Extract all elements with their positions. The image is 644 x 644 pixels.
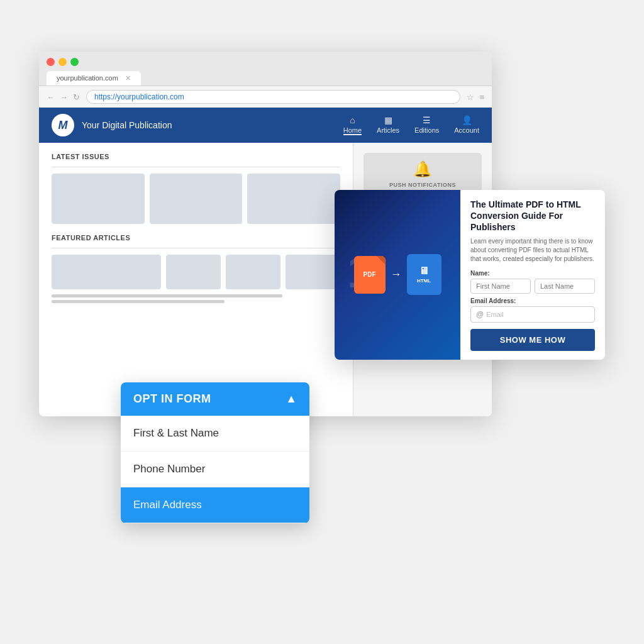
pub-nav-links: ⌂ Home ▦ Articles ☰ Editions 👤 Account <box>343 115 479 135</box>
name-row <box>470 279 595 294</box>
address-field[interactable]: https://yourpublication.com <box>86 90 460 104</box>
back-icon[interactable]: ← <box>47 92 55 102</box>
article-thumb-3[interactable] <box>226 255 280 289</box>
divider-1 <box>52 167 340 167</box>
at-sign-icon: @ <box>476 310 484 319</box>
pdf-icon-group: PDF → 🖥 HTML <box>354 254 441 295</box>
browser-tab[interactable]: yourpublication.com ✕ <box>47 71 141 86</box>
pdf-icon: PDF <box>354 256 386 294</box>
issue-grid <box>52 174 340 224</box>
issue-thumb-1[interactable] <box>52 174 145 224</box>
divider-2 <box>52 248 340 248</box>
dropdown-item-email-address[interactable]: Email Address <box>121 487 309 523</box>
forward-icon[interactable]: → <box>60 92 68 102</box>
email-label: Email Address: <box>470 297 595 304</box>
email-placeholder-text: Email <box>486 311 504 318</box>
maximize-dot[interactable] <box>70 58 79 66</box>
nav-account[interactable]: 👤 Account <box>454 115 479 135</box>
pub-logo: M <box>52 114 74 136</box>
close-dot[interactable] <box>47 58 55 66</box>
last-name-input[interactable] <box>535 279 595 294</box>
scene: yourpublication.com ✕ ← → ↻ https://your… <box>39 52 605 592</box>
issue-thumb-2[interactable] <box>150 174 243 224</box>
pub-title: Your Digital Publication <box>82 120 172 130</box>
minimize-dot[interactable] <box>58 58 67 66</box>
first-name-input[interactable] <box>470 279 531 294</box>
nav-editions[interactable]: ☰ Editions <box>414 115 439 135</box>
browser-chrome: yourpublication.com ✕ <box>39 52 492 86</box>
dropdown-header-text: OPT IN FORM <box>133 392 211 406</box>
show-me-button[interactable]: SHOW ME HOW <box>470 329 595 351</box>
star-icon[interactable]: ☆ <box>467 92 474 102</box>
arrow-icon: → <box>391 268 402 281</box>
account-icon: 👤 <box>454 115 479 125</box>
browser-address-bar: ← → ↻ https://yourpublication.com ☆ ≡ <box>39 86 492 108</box>
push-title: PUSH NOTIFICATIONS <box>371 182 474 188</box>
bell-icon: 🔔 <box>371 160 474 178</box>
refresh-icon[interactable]: ↻ <box>73 92 80 102</box>
latest-issues-title: LATEST ISSUES <box>52 153 340 160</box>
opt-in-dropdown: OPT IN FORM ▲ First & Last Name Phone Nu… <box>121 382 309 523</box>
issue-thumb-3[interactable] <box>247 174 340 224</box>
article-lines <box>52 294 340 303</box>
dropdown-arrow-icon: ▲ <box>286 392 297 406</box>
conversion-card: 1 PDF → 🖥 HTML The Ultimate PDF to HTML … <box>335 190 605 360</box>
articles-icon: ▦ <box>377 115 399 125</box>
dropdown-header[interactable]: OPT IN FORM ▲ <box>121 382 309 416</box>
publication-nav: M Your Digital Publication ⌂ Home ▦ Arti… <box>39 108 492 143</box>
article-thumb-1[interactable] <box>52 255 161 289</box>
article-line-1 <box>52 294 282 297</box>
article-grid <box>52 255 340 289</box>
card-title: The Ultimate PDF to HTML Conversion Guid… <box>470 199 595 233</box>
dropdown-item-first-last-name[interactable]: First & Last Name <box>121 416 309 452</box>
content-left: LATEST ISSUES FEATURED ARTICLES <box>39 143 353 416</box>
html-icon: 🖥 HTML <box>407 254 441 295</box>
nav-articles[interactable]: ▦ Articles <box>377 115 399 135</box>
editions-icon: ☰ <box>414 115 439 125</box>
featured-articles-title: FEATURED ARTICLES <box>52 234 340 242</box>
card-info: The Ultimate PDF to HTML Conversion Guid… <box>460 190 605 360</box>
address-icons: ☆ ≡ <box>467 92 484 102</box>
menu-icon[interactable]: ≡ <box>479 92 484 102</box>
nav-home[interactable]: ⌂ Home <box>343 115 362 135</box>
tab-close-icon[interactable]: ✕ <box>125 74 131 82</box>
email-row: @ Email <box>470 306 595 323</box>
article-line-2 <box>52 300 225 303</box>
nav-arrows: ← → ↻ <box>47 92 80 102</box>
browser-traffic-lights <box>47 58 484 66</box>
article-thumb-4[interactable] <box>286 255 340 289</box>
dropdown-item-phone-number[interactable]: Phone Number <box>121 452 309 487</box>
card-subtitle: Learn every important thing there is to … <box>470 237 595 264</box>
name-label: Name: <box>470 270 595 277</box>
home-icon: ⌂ <box>343 115 362 125</box>
card-image: 1 PDF → 🖥 HTML <box>335 190 460 360</box>
article-thumb-2[interactable] <box>166 255 221 289</box>
